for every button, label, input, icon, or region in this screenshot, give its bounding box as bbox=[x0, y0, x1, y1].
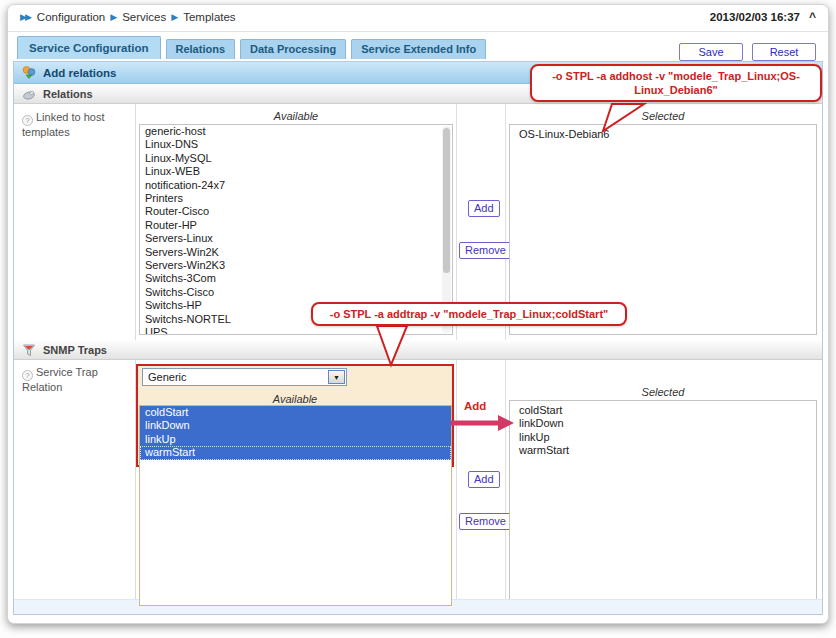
tab-service-configuration[interactable]: Service Configuration bbox=[17, 36, 161, 59]
snmp-available-listbox[interactable]: coldStart linkDown linkUp warmStart bbox=[139, 405, 452, 606]
chevron-right-icon: ▶ bbox=[171, 12, 178, 22]
list-option[interactable]: linkDown bbox=[140, 419, 451, 432]
list-option[interactable]: Servers-Win2K3 bbox=[140, 259, 452, 272]
add-relations-icon bbox=[22, 66, 36, 79]
trap-group-dropdown[interactable]: Generic ▼ bbox=[142, 368, 347, 386]
snmp-add-button[interactable]: Add bbox=[468, 471, 500, 488]
relations-available-header: Available bbox=[136, 110, 456, 122]
list-option[interactable]: generic-host bbox=[140, 125, 452, 138]
form-actions: Save Reset bbox=[679, 43, 816, 61]
field-label-text: Linked to host templates bbox=[22, 111, 105, 138]
linked-host-templates-label: ?Linked to host templates bbox=[22, 111, 130, 139]
save-button[interactable]: Save bbox=[679, 43, 743, 61]
list-option[interactable]: Servers-Win2K bbox=[140, 246, 452, 259]
list-option[interactable]: warmStart bbox=[510, 444, 816, 457]
list-option[interactable]: linkUp bbox=[510, 431, 816, 444]
list-option[interactable]: Linux-MySQL bbox=[140, 152, 452, 165]
list-option[interactable]: notification-24x7 bbox=[140, 179, 452, 192]
main-panel: Add relations Relations ?Linked to host … bbox=[13, 61, 823, 615]
list-option[interactable]: coldStart bbox=[140, 406, 451, 419]
relations-section-title: Relations bbox=[43, 88, 93, 100]
add-relations-title: Add relations bbox=[43, 67, 116, 79]
hand-link-icon bbox=[22, 88, 36, 101]
scrollbar-thumb[interactable] bbox=[443, 128, 450, 273]
relations-selected-header: Selected bbox=[506, 110, 820, 122]
dropdown-arrow-icon[interactable]: ▼ bbox=[328, 370, 345, 384]
snmp-remove-button[interactable]: Remove bbox=[459, 513, 512, 530]
list-option[interactable]: coldStart bbox=[510, 401, 816, 417]
tab-bar: Service Configuration Relations Data Pro… bbox=[17, 36, 486, 59]
tab-relations[interactable]: Relations bbox=[166, 39, 236, 59]
annotation-callout-addhost: -o STPL -a addhost -v "modele_Trap_Linux… bbox=[530, 64, 822, 102]
list-option[interactable]: Servers-Linux bbox=[140, 232, 452, 245]
list-option[interactable]: Switchs-Cisco bbox=[140, 286, 452, 299]
dropdown-selected-value: Generic bbox=[148, 371, 187, 383]
list-option[interactable]: OS-Linux-Debian6 bbox=[510, 125, 816, 141]
help-question-icon[interactable]: ? bbox=[22, 115, 33, 126]
tab-data-processing[interactable]: Data Processing bbox=[240, 39, 346, 59]
chevron-right-icon: ▶ bbox=[110, 12, 117, 22]
breadcrumb-item-services[interactable]: Services bbox=[122, 11, 166, 23]
service-trap-relation-label: ?Service Trap Relation bbox=[22, 366, 130, 394]
annotation-add-label: Add bbox=[464, 400, 486, 412]
list-option[interactable]: UPS bbox=[140, 326, 452, 335]
annotation-callout-addtrap: -o STPL -a addtrap -v "modele_Trap_Linux… bbox=[311, 302, 627, 326]
breadcrumb-item-configuration[interactable]: Configuration bbox=[37, 11, 105, 23]
snmp-available-header: Available bbox=[136, 393, 454, 405]
app-window: ▶▶ Configuration ▶ Services ▶ Templates … bbox=[7, 4, 829, 624]
top-bar: ▶▶ Configuration ▶ Services ▶ Templates … bbox=[8, 5, 828, 32]
breadcrumb-lead-icon: ▶▶ bbox=[20, 12, 30, 22]
collapse-caret-icon[interactable]: ^ bbox=[809, 10, 816, 24]
list-option[interactable]: linkUp bbox=[140, 433, 451, 446]
list-option[interactable]: Linux-WEB bbox=[140, 165, 452, 178]
clock-timestamp: 2013/02/03 16:37 bbox=[710, 11, 800, 23]
list-option[interactable]: linkDown bbox=[510, 417, 816, 430]
snmp-trap-funnel-icon bbox=[22, 344, 36, 357]
help-question-icon[interactable]: ? bbox=[22, 370, 33, 381]
list-option[interactable]: warmStart bbox=[140, 446, 451, 459]
relations-add-button[interactable]: Add bbox=[468, 200, 500, 217]
snmp-traps-section-header: SNMP Traps bbox=[14, 340, 822, 360]
snmp-selected-listbox[interactable]: coldStart linkDown linkUp warmStart bbox=[509, 400, 817, 600]
column-divider bbox=[135, 104, 136, 340]
list-option[interactable]: Switchs-3Com bbox=[140, 272, 452, 285]
list-option[interactable]: Linux-DNS bbox=[140, 138, 452, 151]
snmp-row: ?Service Trap Relation Generic ▼ Availab… bbox=[14, 360, 822, 601]
snmp-traps-section-title: SNMP Traps bbox=[43, 344, 107, 356]
transfer-buttons-column: Add Remove bbox=[456, 360, 506, 601]
breadcrumb-item-templates[interactable]: Templates bbox=[183, 11, 235, 23]
breadcrumb: ▶▶ Configuration ▶ Services ▶ Templates bbox=[20, 11, 236, 23]
tab-service-extended-info[interactable]: Service Extended Info bbox=[351, 39, 486, 59]
list-option[interactable]: Router-Cisco bbox=[140, 205, 452, 218]
snmp-selected-header: Selected bbox=[506, 386, 820, 398]
relations-remove-button[interactable]: Remove bbox=[459, 242, 512, 259]
reset-button[interactable]: Reset bbox=[752, 43, 816, 61]
field-label-text: Service Trap Relation bbox=[22, 366, 98, 393]
list-option[interactable]: Printers bbox=[140, 192, 452, 205]
list-option[interactable]: Router-HP bbox=[140, 219, 452, 232]
